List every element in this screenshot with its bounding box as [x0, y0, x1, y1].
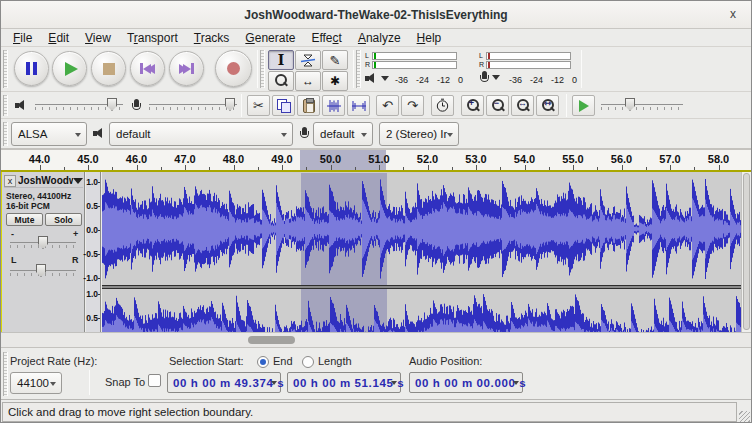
selection-start-field[interactable]: 00 h 00 m 49.374 s [167, 372, 281, 393]
menu-item-help[interactable]: Help [409, 30, 450, 46]
end-radio[interactable] [257, 356, 269, 368]
envelope-tool-button[interactable] [295, 50, 321, 70]
zoom-in-button[interactable]: + [461, 95, 484, 116]
vertical-scrollbar-thumb[interactable] [743, 173, 750, 330]
meter-toolbar-grip[interactable] [356, 50, 361, 88]
draw-tool-button[interactable]: ✎ [322, 50, 348, 70]
stop-icon [103, 63, 115, 75]
timeline-ruler[interactable]: 44.045.046.047.048.049.050.051.052.053.0… [1, 149, 751, 170]
meter-dropdown-icon[interactable] [492, 75, 500, 80]
chevron-down-icon [271, 381, 277, 385]
title-bar[interactable]: JoshWoodward-TheWake-02-ThisIsEverything… [1, 1, 751, 29]
output-volume-slider[interactable] [35, 98, 123, 112]
audacity-window: JoshWoodward-TheWake-02-ThisIsEverything… [0, 0, 752, 423]
paste-icon [303, 99, 315, 113]
track-format-line2: 16-bit PCM [6, 201, 50, 211]
vertical-scrollbar[interactable] [741, 172, 751, 332]
vertical-scale-ruler[interactable]: 1.00.50.0-0.5-1.01.00.5 [86, 172, 101, 332]
stop-button[interactable] [91, 51, 126, 86]
playback-device-select[interactable]: default [109, 122, 293, 146]
copy-button[interactable] [272, 95, 295, 116]
record-button[interactable] [215, 50, 252, 87]
recording-device-select[interactable]: default [313, 122, 373, 146]
resize-grip[interactable] [739, 411, 750, 422]
play-button[interactable] [52, 51, 87, 86]
project-rate-select[interactable]: 44100 [10, 372, 62, 394]
horizontal-scrollbar-thumb[interactable] [248, 336, 295, 344]
recording-meter-bar-r [486, 61, 571, 69]
menu-item-generate[interactable]: Generate [237, 30, 303, 46]
waveform-channel-right[interactable] [102, 289, 743, 332]
waveform-channel-left[interactable] [102, 173, 743, 285]
playback-meter[interactable]: L R -36-24-120 [365, 51, 461, 89]
snap-to-checkbox[interactable] [148, 374, 161, 387]
multi-tool-button[interactable]: ✱ [322, 71, 348, 91]
skip-end-button[interactable] [169, 51, 204, 86]
gain-slider[interactable] [10, 236, 76, 250]
menu-item-tracks[interactable]: Tracks [186, 30, 238, 46]
cut-button[interactable]: ✂ [247, 95, 270, 116]
track-close-icon[interactable]: x [4, 175, 16, 187]
menu-item-file[interactable]: File [5, 30, 40, 46]
silence-audio-button[interactable] [347, 95, 370, 116]
clock-icon [435, 98, 450, 113]
waveform-display[interactable] [102, 172, 743, 332]
redo-button[interactable]: ↷ [401, 95, 424, 116]
timeshift-tool-button[interactable]: ↔ [295, 71, 321, 91]
menu-item-edit[interactable]: Edit [40, 30, 77, 46]
selection-toolbar-grip[interactable] [3, 352, 8, 396]
window-close-icon[interactable]: x [725, 7, 741, 23]
solo-button[interactable]: Solo [45, 213, 82, 226]
mixer-toolbar-grip[interactable] [3, 95, 8, 116]
pan-slider[interactable] [10, 264, 76, 278]
chevron-down-icon [361, 133, 367, 137]
tools-toolbar-grip[interactable] [260, 50, 265, 88]
ruler-tick-label: 51.0 [368, 153, 389, 165]
mute-button[interactable]: Mute [6, 213, 43, 226]
project-rate-label: Project Rate (Hz): [10, 355, 97, 367]
output-volume-icon [15, 100, 28, 111]
menu-item-view[interactable]: View [77, 30, 119, 46]
fit-project-button[interactable]: ⇿ [536, 95, 559, 116]
track-control-panel[interactable]: x JoshWoodwa Stereo, 44100Hz 16-bit PCM … [2, 172, 85, 332]
input-volume-slider[interactable] [149, 98, 237, 112]
recording-meter[interactable]: L R -36-24-120 [479, 51, 575, 89]
zoom-out-button[interactable]: − [486, 95, 509, 116]
skip-start-button[interactable] [130, 51, 165, 86]
meter-scale-label: 0 [572, 75, 577, 85]
fit-selection-button[interactable]: ↔ [511, 95, 534, 116]
paste-button[interactable] [297, 95, 320, 116]
recording-channels-select[interactable]: 2 (Stereo) Ir [379, 122, 459, 146]
scissors-icon: ✂ [253, 98, 264, 113]
undo-button[interactable]: ↶ [376, 95, 399, 116]
selection-tool-button[interactable]: I [268, 50, 294, 70]
vertical-scale-label: 1.0 [86, 177, 98, 187]
track-name[interactable]: JoshWoodwa [18, 175, 73, 186]
audio-host-select[interactable]: ALSA [11, 122, 87, 146]
menu-item-effect[interactable]: Effect [303, 30, 349, 46]
selection-end-field[interactable]: 00 h 00 m 51.145 s [287, 372, 401, 393]
selection-toolbar: Project Rate (Hz): 44100 Snap To Selecti… [1, 347, 751, 399]
length-radio[interactable] [302, 356, 314, 368]
device-toolbar-grip[interactable] [3, 122, 8, 146]
magnifier-icon [274, 74, 288, 88]
meter-dropdown-icon[interactable] [381, 76, 389, 81]
meter-ch-label: R [365, 60, 372, 69]
playback-speed-slider[interactable] [601, 98, 683, 112]
sync-lock-button[interactable] [431, 95, 454, 116]
zoom-in-icon: + [466, 99, 480, 113]
device-toolbar: ALSA default default 2 (Stereo) Ir [1, 119, 751, 149]
pause-button[interactable] [14, 51, 49, 86]
redo-icon: ↷ [407, 98, 418, 113]
vertical-scale-label: -0.5 [83, 249, 98, 259]
track-menu-dropdown-icon[interactable] [73, 178, 83, 184]
menu-bar: FileEditViewTransportTracksGenerateEffec… [1, 29, 751, 47]
menu-item-transport[interactable]: Transport [119, 30, 186, 46]
play-at-speed-button[interactable] [572, 95, 595, 116]
audio-position-field[interactable]: 00 h 00 m 00.000 s [409, 372, 523, 393]
transport-toolbar-grip[interactable] [3, 50, 8, 88]
menu-item-analyze[interactable]: Analyze [350, 30, 409, 46]
horizontal-scrollbar[interactable] [1, 332, 751, 347]
zoom-tool-button[interactable] [268, 71, 294, 91]
trim-audio-button[interactable] [322, 95, 345, 116]
